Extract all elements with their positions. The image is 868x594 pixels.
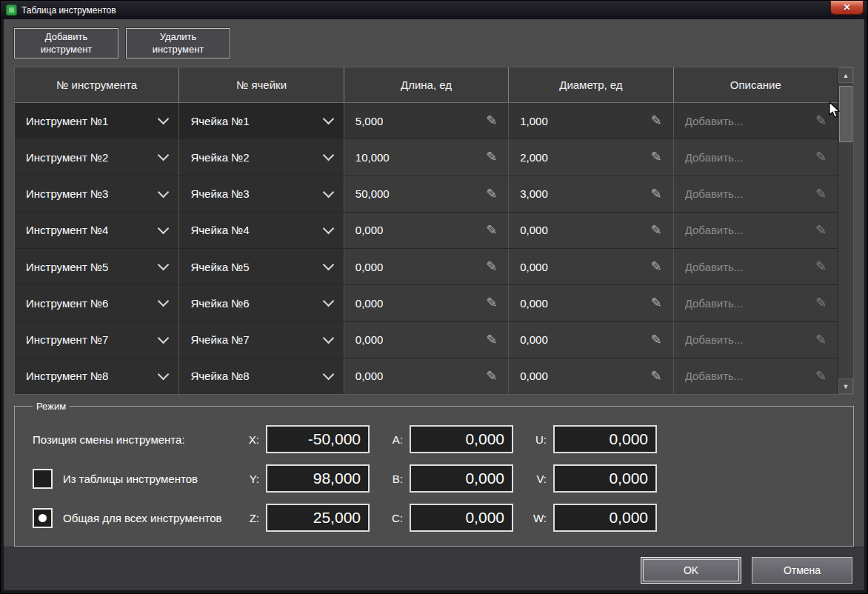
cell-number-value: Ячейка №6 bbox=[190, 297, 249, 310]
title-bar[interactable]: Таблица инструментов ✕ bbox=[1, 1, 867, 19]
tool-number-dropdown[interactable]: Инструмент №5 bbox=[15, 249, 179, 284]
add-tool-button[interactable]: Добавить инструмент bbox=[14, 28, 118, 59]
diameter-cell[interactable]: 3,000✎ bbox=[509, 176, 673, 212]
common-for-all-tools-radio[interactable] bbox=[33, 508, 53, 528]
scroll-up-icon[interactable]: ▲ bbox=[838, 67, 853, 83]
description-cell[interactable]: Добавить...✎ bbox=[674, 176, 838, 212]
cell-number-dropdown[interactable]: Ячейка №5 bbox=[179, 249, 344, 284]
vertical-scrollbar[interactable]: ▲ ▼ bbox=[838, 67, 853, 394]
scrollbar-thumb[interactable] bbox=[839, 86, 852, 142]
diameter-cell[interactable]: 0,000✎ bbox=[509, 285, 673, 321]
mode-option: Общая для всех инструментов bbox=[33, 508, 238, 528]
tool-number-dropdown[interactable]: Инструмент №4 bbox=[15, 213, 179, 248]
chevron-down-icon bbox=[158, 369, 170, 381]
scrollbar-track[interactable] bbox=[838, 83, 853, 378]
mode-legend: Режим bbox=[33, 401, 70, 412]
axis-value-field[interactable]: 0,000 bbox=[553, 425, 657, 453]
axis-value-field[interactable]: 0,000 bbox=[410, 504, 513, 532]
edit-pencil-icon: ✎ bbox=[486, 113, 497, 129]
length-cell[interactable]: 10,000✎ bbox=[344, 139, 509, 175]
table-header-row: № инструмента № ячейки Длина, ед Диаметр… bbox=[15, 67, 838, 103]
close-button[interactable]: ✕ bbox=[830, 1, 864, 15]
axis-value-field[interactable]: 25,000 bbox=[266, 504, 370, 532]
table-row: Инструмент №7Ячейка №70,000✎0,000✎Добави… bbox=[15, 322, 838, 358]
table-row: Инструмент №5Ячейка №50,000✎0,000✎Добави… bbox=[15, 249, 838, 285]
axis-value-field[interactable]: -50,000 bbox=[266, 425, 370, 453]
header-diameter: Диаметр, ед bbox=[509, 67, 673, 102]
diameter-cell[interactable]: 0,000✎ bbox=[509, 322, 673, 358]
description-cell[interactable]: Добавить...✎ bbox=[674, 103, 838, 139]
diameter-cell[interactable]: 0,000✎ bbox=[509, 213, 673, 248]
description-cell[interactable]: Добавить...✎ bbox=[674, 322, 838, 358]
axis-value: 98,000 bbox=[313, 470, 361, 487]
axis-field-group: Z:25,000 bbox=[238, 504, 370, 532]
delete-tool-button[interactable]: Удалить инструмент bbox=[126, 28, 230, 59]
chevron-down-icon bbox=[323, 259, 335, 271]
cell-number-dropdown[interactable]: Ячейка №1 bbox=[179, 103, 344, 139]
mode-option: Из таблицы инструментов bbox=[33, 469, 238, 489]
description-cell[interactable]: Добавить...✎ bbox=[674, 139, 838, 175]
edit-pencil-icon: ✎ bbox=[815, 295, 827, 311]
tool-number-dropdown[interactable]: Инструмент №1 bbox=[15, 103, 179, 139]
diameter-value: 0,000 bbox=[520, 333, 548, 346]
edit-pencil-icon: ✎ bbox=[815, 332, 827, 348]
cell-number-dropdown[interactable]: Ячейка №3 bbox=[179, 176, 344, 212]
description-cell[interactable]: Добавить...✎ bbox=[674, 285, 838, 321]
length-cell[interactable]: 50,000✎ bbox=[344, 176, 509, 212]
diameter-cell[interactable]: 0,000✎ bbox=[509, 249, 673, 284]
description-placeholder: Добавить... bbox=[685, 370, 744, 382]
description-placeholder: Добавить... bbox=[685, 297, 744, 310]
description-cell[interactable]: Добавить...✎ bbox=[674, 358, 838, 394]
length-cell[interactable]: 0,000✎ bbox=[344, 322, 509, 358]
axis-value: 0,000 bbox=[465, 470, 504, 487]
diameter-cell[interactable]: 0,000✎ bbox=[509, 358, 673, 394]
description-cell[interactable]: Добавить...✎ bbox=[674, 213, 838, 248]
table-row: Инструмент №4Ячейка №40,000✎0,000✎Добави… bbox=[15, 213, 838, 249]
cell-number-value: Ячейка №5 bbox=[190, 261, 249, 273]
description-placeholder: Добавить... bbox=[685, 261, 744, 273]
from-tool-table-checkbox[interactable] bbox=[33, 469, 53, 489]
tool-number-dropdown[interactable]: Инструмент №3 bbox=[15, 176, 179, 212]
edit-pencil-icon: ✎ bbox=[486, 222, 497, 238]
cell-number-dropdown[interactable]: Ячейка №2 bbox=[179, 139, 344, 175]
chevron-down-icon bbox=[323, 223, 335, 235]
cell-number-dropdown[interactable]: Ячейка №7 bbox=[179, 322, 344, 358]
tool-number-dropdown[interactable]: Инструмент №8 bbox=[15, 358, 179, 394]
tool-number-dropdown[interactable]: Инструмент №2 bbox=[15, 139, 179, 175]
axis-label: X: bbox=[238, 433, 259, 446]
axis-value-field[interactable]: 0,000 bbox=[553, 464, 657, 493]
axis-field-group: W:0,000 bbox=[526, 504, 657, 532]
diameter-cell[interactable]: 2,000✎ bbox=[509, 139, 673, 175]
axis-value-field[interactable]: 0,000 bbox=[410, 464, 513, 493]
cell-number-dropdown[interactable]: Ячейка №6 bbox=[179, 285, 344, 321]
edit-pencil-icon: ✎ bbox=[486, 149, 497, 165]
table-row: Инструмент №8Ячейка №80,000✎0,000✎Добави… bbox=[15, 358, 838, 394]
length-cell[interactable]: 0,000✎ bbox=[344, 213, 509, 248]
axis-value-field[interactable]: 0,000 bbox=[410, 425, 513, 453]
axis-value-field[interactable]: 0,000 bbox=[553, 504, 657, 532]
axis-value-field[interactable]: 98,000 bbox=[266, 464, 370, 493]
tool-number-dropdown[interactable]: Инструмент №6 bbox=[15, 285, 179, 321]
tool-number-dropdown[interactable]: Инструмент №7 bbox=[15, 322, 179, 358]
axis-field-group: X:-50,000 bbox=[238, 425, 370, 453]
description-cell[interactable]: Добавить...✎ bbox=[674, 249, 838, 284]
table-body: Инструмент №1Ячейка №15,000✎1,000✎Добави… bbox=[15, 103, 838, 394]
cell-number-value: Ячейка №7 bbox=[190, 333, 249, 346]
cell-number-dropdown[interactable]: Ячейка №4 bbox=[179, 213, 344, 248]
cell-number-dropdown[interactable]: Ячейка №8 bbox=[179, 358, 344, 394]
ok-button[interactable]: OK bbox=[641, 557, 741, 584]
axis-field-group: U:0,000 bbox=[526, 425, 657, 453]
length-cell[interactable]: 0,000✎ bbox=[344, 285, 509, 321]
length-value: 5,000 bbox=[355, 115, 384, 127]
diameter-cell[interactable]: 1,000✎ bbox=[509, 103, 673, 139]
cancel-button[interactable]: Отмена bbox=[752, 557, 852, 584]
scroll-down-icon[interactable]: ▼ bbox=[838, 378, 853, 394]
position-label-wrap: Позиция смены инструмента: bbox=[33, 433, 238, 446]
diameter-value: 1,000 bbox=[520, 115, 548, 127]
edit-pencil-icon: ✎ bbox=[486, 295, 497, 311]
length-cell[interactable]: 0,000✎ bbox=[344, 358, 509, 394]
length-cell[interactable]: 0,000✎ bbox=[344, 249, 509, 284]
length-value: 0,000 bbox=[355, 261, 384, 273]
axis-value: 0,000 bbox=[609, 470, 648, 487]
length-cell[interactable]: 5,000✎ bbox=[344, 103, 509, 139]
